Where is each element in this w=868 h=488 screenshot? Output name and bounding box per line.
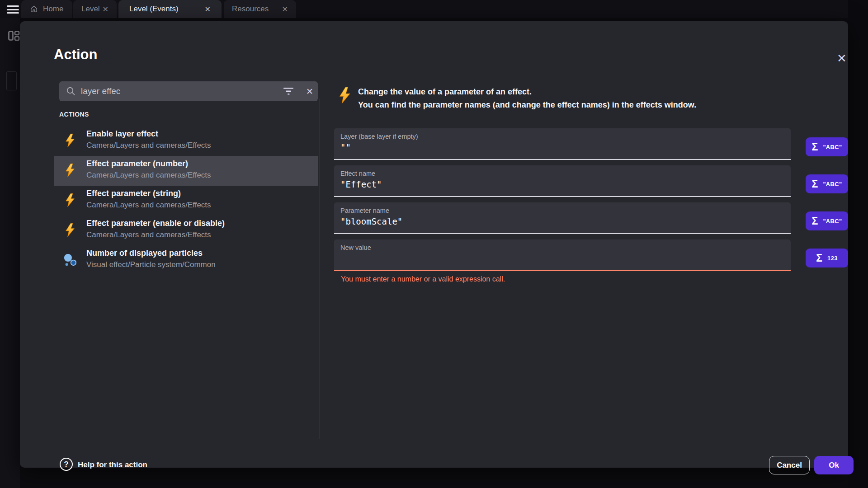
tab-close-icon[interactable]: ✕ (103, 5, 108, 14)
action-list-item[interactable]: Effect parameter (string) Camera/Layers … (54, 186, 318, 216)
action-item-title: Effect parameter (enable or disable) (86, 219, 225, 228)
expression-builder-button-parameter-name[interactable]: Σ "ABC" (806, 211, 848, 230)
field-label: New value (340, 244, 371, 251)
expression-type-label: "ABC" (823, 181, 842, 188)
objects-panel-icon (8, 31, 20, 41)
top-tab-bar: Home Level ✕ Level (Events) ✕ Resources … (0, 0, 868, 18)
action-list-item-selected[interactable]: Effect parameter (number) Camera/Layers … (54, 156, 318, 186)
description-line-1: Change the value of a parameter of an ef… (358, 85, 819, 99)
action-item-title: Enable layer effect (86, 129, 158, 139)
field-new-value[interactable]: New value (334, 239, 791, 271)
description-line-2: You can find the parameter names (and ch… (358, 99, 819, 112)
panel-divider (320, 99, 320, 439)
tab-level[interactable]: Level ✕ (73, 0, 117, 18)
lightning-bolt-icon (336, 86, 353, 104)
lightning-bolt-icon (63, 133, 77, 148)
expression-builder-button-new-value[interactable]: Σ 123 (806, 249, 848, 267)
search-input[interactable] (81, 81, 271, 101)
sigma-icon: Σ (812, 215, 818, 227)
tab-label: Resources (232, 5, 269, 14)
action-search-bar: ✕ (59, 81, 318, 101)
tab-close-icon[interactable]: ✕ (205, 5, 211, 14)
expression-type-label: 123 (827, 255, 838, 262)
expression-builder-button-effect-name[interactable]: Σ "ABC" (806, 174, 848, 193)
lightning-bolt-icon (63, 163, 77, 178)
action-dialog: Action ✕ ✕ ACTIONS Enable layer effect C… (20, 21, 848, 468)
cancel-button[interactable]: Cancel (769, 456, 810, 474)
field-value[interactable]: "bloomScale" (340, 216, 402, 226)
ok-button[interactable]: Ok (814, 456, 854, 474)
tab-label: Level (Events) (129, 5, 179, 14)
actions-section-header: ACTIONS (59, 111, 89, 118)
action-item-path: Camera/Layers and cameras/Effects (86, 201, 211, 210)
field-parameter-name[interactable]: Parameter name "bloomScale" (334, 202, 791, 234)
action-item-title: Number of displayed particles (86, 249, 203, 258)
action-item-path: Visual effect/Particle system/Common (86, 260, 216, 269)
validation-error-message: You must enter a number or a valid expre… (341, 275, 505, 283)
action-item-path: Camera/Layers and cameras/Effects (86, 141, 211, 150)
action-list-item[interactable]: Effect parameter (enable or disable) Cam… (54, 216, 318, 245)
clear-search-icon[interactable]: ✕ (302, 81, 318, 101)
expression-builder-button-layer[interactable]: Σ "ABC" (806, 137, 848, 156)
tab-home[interactable]: Home (21, 0, 72, 18)
lightning-bolt-icon (63, 223, 77, 237)
tab-resources[interactable]: Resources ✕ (224, 0, 296, 18)
lightning-bolt-icon (63, 193, 77, 207)
background-right-panel: dd... (848, 0, 868, 488)
dialog-close-icon[interactable]: ✕ (833, 49, 851, 67)
help-link[interactable]: Help for this action (78, 460, 147, 469)
field-effect-name[interactable]: Effect name "Effect" (334, 165, 791, 197)
home-icon (29, 5, 38, 14)
background-left-toolbar (0, 18, 20, 488)
sigma-icon: Σ (812, 141, 818, 153)
tab-label: Home (43, 5, 63, 14)
action-item-path: Camera/Layers and cameras/Effects (86, 171, 211, 180)
field-value[interactable]: "Effect" (340, 179, 382, 189)
help-icon[interactable]: ? (60, 458, 73, 471)
field-label: Parameter name (340, 207, 389, 214)
dialog-title: Action (54, 47, 97, 63)
action-item-title: Effect parameter (string) (86, 189, 181, 198)
search-icon (66, 86, 76, 97)
tab-label: Level (81, 5, 100, 14)
field-label: Layer (base layer if empty) (340, 133, 418, 140)
action-list-item[interactable]: Number of displayed particles Visual eff… (54, 245, 318, 275)
action-list-item[interactable]: Enable layer effect Camera/Layers and ca… (54, 126, 318, 156)
field-label: Effect name (340, 170, 375, 177)
tab-level-events[interactable]: Level (Events) ✕ (118, 0, 222, 18)
particles-icon (63, 253, 77, 267)
expression-type-label: "ABC" (823, 218, 842, 225)
action-item-path: Camera/Layers and cameras/Effects (86, 230, 211, 239)
field-layer[interactable]: Layer (base layer if empty) "" (334, 128, 791, 160)
sigma-icon: Σ (812, 178, 818, 190)
tab-close-icon[interactable]: ✕ (282, 5, 288, 14)
action-item-title: Effect parameter (number) (86, 159, 188, 169)
sigma-icon: Σ (816, 252, 822, 264)
filter-icon[interactable] (282, 86, 295, 96)
expression-type-label: "ABC" (823, 144, 842, 150)
menu-hamburger-icon[interactable] (7, 5, 19, 14)
action-description: Change the value of a parameter of an ef… (358, 85, 819, 112)
field-value[interactable]: "" (340, 142, 351, 152)
background-button-outline (6, 71, 17, 90)
